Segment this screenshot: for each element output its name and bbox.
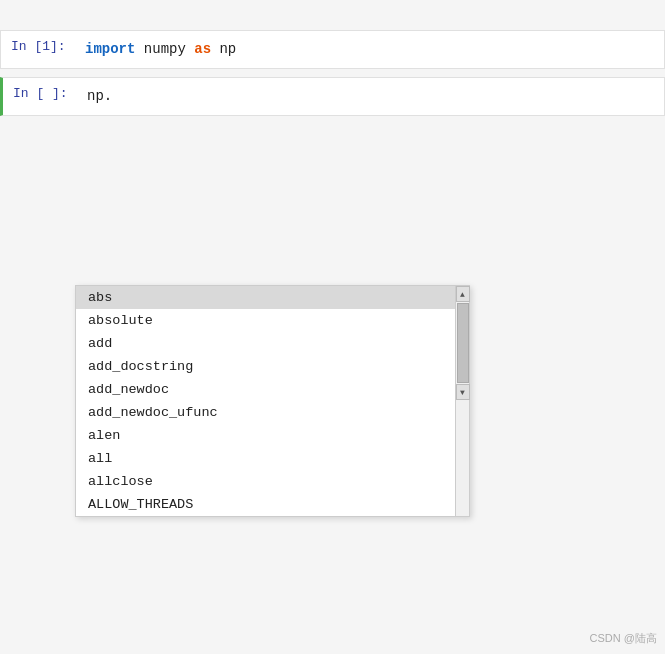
scrollbar-track[interactable]: ▲ ▼ — [455, 286, 469, 516]
cell-2-content[interactable]: np. — [83, 78, 664, 115]
autocomplete-item[interactable]: allclose — [76, 470, 455, 493]
autocomplete-item[interactable]: absolute — [76, 309, 455, 332]
autocomplete-dropdown[interactable]: absabsoluteaddadd_docstringadd_newdocadd… — [75, 285, 470, 517]
autocomplete-list: absabsoluteaddadd_docstringadd_newdocadd… — [76, 286, 455, 516]
cell-1-content[interactable]: import numpy as np — [81, 31, 664, 68]
autocomplete-item[interactable]: add — [76, 332, 455, 355]
scrollbar-thumb[interactable] — [457, 303, 469, 383]
keyword-as: as — [194, 41, 211, 57]
autocomplete-item[interactable]: all — [76, 447, 455, 470]
autocomplete-item[interactable]: ALLOW_THREADS — [76, 493, 455, 516]
cell-2-label: In [ ]: — [3, 78, 83, 109]
autocomplete-item[interactable]: alen — [76, 424, 455, 447]
autocomplete-item[interactable]: add_newdoc — [76, 378, 455, 401]
cell-1: In [1]: import numpy as np — [0, 30, 665, 69]
code-numpy: numpy — [135, 41, 194, 57]
autocomplete-item[interactable]: abs — [76, 286, 455, 309]
watermark: CSDN @陆高 — [590, 631, 657, 646]
autocomplete-item[interactable]: add_newdoc_ufunc — [76, 401, 455, 424]
cell-2-code: np. — [87, 88, 112, 104]
cell-1-label: In [1]: — [1, 31, 81, 62]
cell-2: In [ ]: np. — [0, 77, 665, 116]
keyword-import: import — [85, 41, 135, 57]
scroll-up-arrow[interactable]: ▲ — [456, 286, 470, 302]
code-np: np — [211, 41, 236, 57]
notebook-container: In [1]: import numpy as np In [ ]: np. a… — [0, 0, 665, 654]
autocomplete-item[interactable]: add_docstring — [76, 355, 455, 378]
scroll-down-arrow[interactable]: ▼ — [456, 384, 470, 400]
